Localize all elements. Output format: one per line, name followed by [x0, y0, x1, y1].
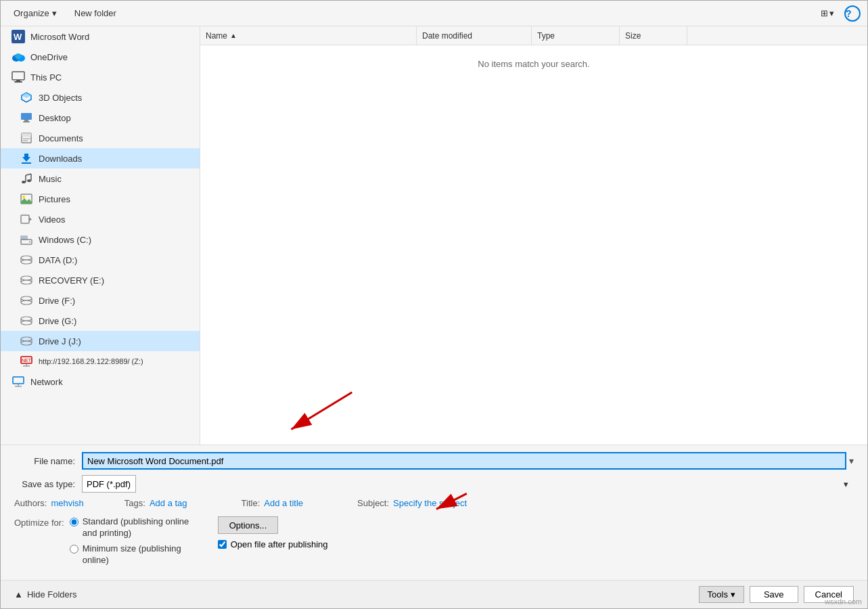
sidebar-label-drive-f: Drive (F:): [39, 296, 75, 306]
main-content: W Microsoft Word OneDrive: [1, 26, 867, 445]
network-z-icon: NET: [20, 355, 33, 368]
col-name-label: Name: [206, 31, 227, 41]
sidebar-label-microsoft-word: Microsoft Word: [30, 32, 89, 42]
sidebar-item-downloads[interactable]: Downloads: [1, 148, 200, 168]
sidebar-item-desktop[interactable]: Desktop: [1, 108, 200, 128]
tools-button[interactable]: Tools ▾: [699, 586, 744, 603]
sidebar-item-drive-g[interactable]: Drive (G:): [1, 311, 200, 331]
right-options-group: Options... Open file after publishing: [218, 516, 328, 549]
open-after-publishing-checkbox[interactable]: [218, 540, 227, 549]
sidebar-item-videos[interactable]: Videos: [1, 209, 200, 229]
sidebar-item-recovery-e[interactable]: RECOVERY (E:): [1, 270, 200, 290]
authors-label: Authors:: [14, 498, 47, 508]
col-header-size[interactable]: Size: [620, 26, 687, 45]
optimize-label: Optimize for:: [14, 516, 64, 528]
svg-rect-10: [21, 113, 32, 120]
videos-icon: [20, 212, 33, 226]
col-header-name[interactable]: Name ▲: [200, 26, 417, 45]
sidebar-item-pictures[interactable]: Pictures: [1, 189, 200, 209]
col-header-type[interactable]: Type: [532, 26, 620, 45]
sidebar-label-desktop: Desktop: [39, 113, 71, 123]
view-grid-icon: ⊞: [821, 8, 828, 18]
sidebar-label-3d-objects: 3D Objects: [39, 93, 82, 103]
recovery-drive-icon: [20, 273, 33, 287]
sidebar-label-onedrive: OneDrive: [30, 52, 68, 62]
sidebar-label-recovery-e: RECOVERY (E:): [39, 275, 104, 286]
svg-rect-31: [22, 237, 26, 239]
sidebar-item-microsoft-word[interactable]: W Microsoft Word: [1, 26, 200, 47]
save-as-dialog: Organize ▾ New folder ⊞ ▾ ?: [0, 0, 868, 609]
file-name-row: File name: ▾: [14, 452, 854, 470]
sidebar-label-drive-g: Drive (G:): [39, 316, 76, 326]
buttons-bar: ▲ Hide Folders Tools ▾ Save Cancel: [1, 580, 867, 608]
new-folder-button[interactable]: New folder: [68, 5, 122, 21]
sidebar-item-data-d[interactable]: DATA (D:): [1, 250, 200, 270]
empty-message: No items match your search.: [478, 59, 589, 69]
save-as-type-wrapper: PDF (*.pdf): [82, 475, 854, 493]
sidebar-item-3d-objects[interactable]: 3D Objects: [1, 87, 200, 108]
minimum-radio[interactable]: [70, 545, 78, 554]
col-header-date[interactable]: Date modified: [417, 26, 532, 45]
svg-point-32: [29, 242, 30, 243]
standard-label: Standard (publishing online and printing…: [83, 516, 191, 539]
svg-line-23: [26, 174, 31, 175]
save-label: Save: [764, 589, 784, 600]
svg-rect-12: [23, 121, 30, 122]
sidebar-item-network-z[interactable]: NET http://192.168.29.122:8989/ (Z:): [1, 351, 200, 371]
svg-marker-26: [21, 198, 32, 204]
title-placeholder[interactable]: Add a title: [264, 498, 303, 508]
authors-value[interactable]: mehvish: [51, 498, 83, 508]
save-as-type-label: Save as type:: [14, 479, 82, 489]
open-after-publishing-label: Open file after publishing: [231, 539, 328, 549]
minimum-label: Minimum size (publishing online): [83, 543, 191, 566]
hide-folders-arrow-icon: ▲: [14, 589, 23, 600]
sidebar-label-music: Music: [39, 174, 62, 184]
sidebar-item-documents[interactable]: Documents: [1, 128, 200, 148]
hide-folders-button[interactable]: ▲ Hide Folders: [14, 589, 77, 600]
sidebar-item-onedrive[interactable]: OneDrive: [1, 47, 200, 67]
svg-point-52: [21, 341, 32, 345]
svg-marker-17: [22, 154, 30, 162]
svg-point-25: [22, 196, 25, 198]
options-button[interactable]: Options...: [218, 516, 279, 534]
svg-point-4: [15, 53, 22, 59]
drive-j-icon: [20, 334, 33, 348]
sidebar-item-windows-c[interactable]: Windows (C:): [1, 229, 200, 250]
sidebar-item-music[interactable]: Music: [1, 168, 200, 189]
svg-rect-11: [24, 120, 28, 121]
sidebar-item-this-pc[interactable]: This PC: [1, 67, 200, 87]
sidebar-item-drive-j[interactable]: Drive J (J:): [1, 331, 200, 351]
sidebar-item-network[interactable]: Network: [1, 371, 200, 392]
col-size-label: Size: [625, 31, 641, 41]
help-button[interactable]: ?: [844, 5, 861, 22]
sidebar-label-network-z: http://192.168.29.122:8989/ (Z:): [39, 357, 143, 365]
svg-point-44: [21, 300, 32, 304]
sidebar-label-pictures: Pictures: [39, 194, 70, 204]
svg-point-49: [21, 337, 32, 341]
standard-radio[interactable]: [70, 518, 78, 526]
left-button-group: ▲ Hide Folders: [14, 589, 77, 600]
options-area: Optimize for: Standard (publishing onlin…: [14, 516, 854, 566]
col-date-label: Date modified: [422, 31, 472, 41]
svg-point-37: [21, 276, 32, 280]
svg-rect-14: [22, 133, 31, 137]
svg-text:NET: NET: [22, 358, 32, 363]
sidebar-item-drive-f[interactable]: Drive (F:): [1, 290, 200, 311]
save-button[interactable]: Save: [750, 586, 798, 603]
file-name-input[interactable]: [82, 452, 846, 470]
sidebar-label-videos: Videos: [39, 215, 66, 225]
onedrive-icon: [12, 50, 25, 64]
view-options-button[interactable]: ⊞ ▾: [816, 5, 839, 21]
svg-point-33: [21, 256, 32, 260]
organize-button[interactable]: Organize ▾: [7, 5, 63, 21]
sidebar-label-downloads: Downloads: [39, 154, 82, 164]
svg-point-45: [21, 317, 32, 321]
tags-placeholder[interactable]: Add a tag: [150, 498, 187, 508]
title-group: Title: Add a title: [242, 498, 304, 508]
subject-placeholder[interactable]: Specify the subject: [393, 498, 467, 508]
documents-icon: [20, 131, 33, 145]
svg-text:W: W: [14, 32, 22, 42]
save-as-type-select[interactable]: PDF (*.pdf): [82, 475, 136, 493]
sidebar: W Microsoft Word OneDrive: [1, 26, 200, 445]
downloads-icon: [20, 152, 33, 165]
